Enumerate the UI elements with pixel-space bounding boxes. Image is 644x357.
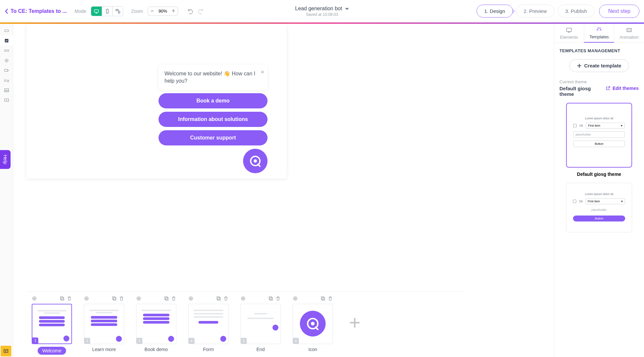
slide-thumb[interactable]: 3 xyxy=(136,304,176,344)
svg-rect-6 xyxy=(5,50,9,51)
zoom-in-button[interactable]: + xyxy=(169,7,178,16)
corner-badge[interactable] xyxy=(1,346,11,356)
panel-body: TEMPLATES MANAGEMENT Create template Cur… xyxy=(554,43,644,357)
trash-icon[interactable] xyxy=(119,296,124,301)
slide-number: 4 xyxy=(189,338,195,344)
tool-video[interactable] xyxy=(0,95,13,105)
svg-point-21 xyxy=(86,298,87,299)
mode-mobile-button[interactable] xyxy=(102,7,112,16)
trash-icon[interactable] xyxy=(275,296,281,301)
card-checkbox xyxy=(573,124,577,127)
target-icon[interactable] xyxy=(240,296,246,301)
canvas-area[interactable]: Welcome to our website! 👋 How can I help… xyxy=(13,24,554,357)
card-button: Button xyxy=(573,140,625,147)
card-placeholder: placeholder xyxy=(573,207,625,213)
slide-thumb[interactable]: 2 xyxy=(84,304,124,344)
radio-icon xyxy=(4,58,9,63)
svg-point-28 xyxy=(189,297,193,300)
slide-form: 4 Form xyxy=(188,296,229,357)
card-select: First item▾ xyxy=(586,198,625,204)
slide-thumb[interactable]: 1 xyxy=(32,304,72,344)
svg-point-25 xyxy=(138,298,139,299)
form-icon xyxy=(4,68,9,73)
tool-text[interactable]: Aa xyxy=(0,75,13,85)
copy-icon[interactable] xyxy=(59,296,65,301)
trash-icon[interactable] xyxy=(328,296,333,301)
trash-icon[interactable] xyxy=(171,296,176,301)
slide-thumb[interactable]: 6 xyxy=(293,304,333,344)
external-link-icon xyxy=(605,86,611,91)
copy-icon[interactable] xyxy=(268,296,273,301)
undo-icon[interactable] xyxy=(187,8,194,15)
edit-themes-link[interactable]: Edit themes xyxy=(605,86,639,91)
mobile-icon xyxy=(105,9,110,14)
tool-checkbox[interactable] xyxy=(0,36,13,46)
help-tab[interactable]: Help xyxy=(0,150,11,169)
next-step-button[interactable]: Next step xyxy=(599,5,639,18)
copy-icon[interactable] xyxy=(216,296,221,301)
mode-desktop-button[interactable] xyxy=(91,7,102,16)
chat-option-book-demo[interactable]: Book a demo xyxy=(159,93,268,108)
panel-tabs: Elements Templates Animation xyxy=(554,24,644,43)
svg-point-24 xyxy=(137,297,141,300)
current-theme-name: Default giosg theme xyxy=(559,86,599,97)
chat-option-support[interactable]: Customer support xyxy=(159,130,268,145)
target-icon[interactable] xyxy=(136,296,141,301)
svg-rect-4 xyxy=(5,30,9,31)
svg-rect-9 xyxy=(5,69,8,72)
add-slide-button[interactable]: + xyxy=(345,312,365,332)
tool-radio[interactable] xyxy=(0,56,13,65)
target-icon[interactable] xyxy=(188,296,194,301)
theme-card-default[interactable]: Lorem ipsum dolor sit Ok First item▾ pla… xyxy=(566,103,632,168)
card-text: Lorem ipsum dolor sit xyxy=(585,192,613,196)
theme-card-alt[interactable]: Lorem ipsum dolor sit Ok First item▾ pla… xyxy=(566,183,632,232)
target-icon[interactable] xyxy=(84,296,89,301)
templates-icon xyxy=(596,26,602,33)
project-title[interactable]: Lead generation bot xyxy=(295,6,349,12)
zoom-out-button[interactable]: − xyxy=(148,7,157,16)
close-icon[interactable]: × xyxy=(261,68,264,76)
svg-point-8 xyxy=(6,60,7,61)
slide-thumb[interactable]: 5 xyxy=(240,304,281,344)
svg-point-20 xyxy=(85,297,89,300)
slide-thumb[interactable]: 4 xyxy=(188,304,229,344)
chat-welcome-bubble[interactable]: Welcome to our website! 👋 How can I help… xyxy=(159,65,268,90)
create-template-button[interactable]: Create template xyxy=(569,59,629,72)
svg-rect-0 xyxy=(94,10,98,12)
step-preview[interactable]: 2. Preview xyxy=(516,5,555,18)
svg-rect-10 xyxy=(8,70,9,71)
tool-form[interactable] xyxy=(0,65,13,75)
copy-icon[interactable] xyxy=(112,296,117,301)
svg-rect-39 xyxy=(321,297,324,299)
target-icon[interactable] xyxy=(32,296,37,301)
step-design[interactable]: 1. Design xyxy=(477,5,513,18)
mode-flow-button[interactable] xyxy=(112,7,123,16)
tool-image[interactable] xyxy=(0,85,13,95)
redo-icon[interactable] xyxy=(197,8,204,15)
svg-rect-42 xyxy=(567,28,572,31)
target-icon[interactable] xyxy=(293,296,298,301)
plus-icon xyxy=(577,63,582,68)
tool-button[interactable] xyxy=(0,26,13,36)
slide-number: 6 xyxy=(293,338,299,344)
tab-elements[interactable]: Elements xyxy=(554,24,584,43)
svg-rect-38 xyxy=(322,298,325,300)
svg-point-12 xyxy=(6,90,6,90)
trash-icon[interactable] xyxy=(67,296,72,301)
svg-rect-19 xyxy=(60,297,63,299)
mode-group xyxy=(91,6,123,16)
step-publish[interactable]: 3. Publish xyxy=(558,5,595,18)
tab-animation[interactable]: Animation xyxy=(614,24,644,43)
copy-icon[interactable] xyxy=(320,296,326,301)
chevron-left-icon xyxy=(5,8,9,14)
saved-status: Saved at 10:09:03 xyxy=(295,12,349,17)
copy-icon[interactable] xyxy=(164,296,169,301)
chat-avatar[interactable] xyxy=(243,149,268,173)
theme-card-name: Default giosg theme xyxy=(559,172,639,177)
back-link[interactable]: To CE: Templates to ... xyxy=(5,8,67,14)
card-ok: Ok xyxy=(579,124,583,127)
tab-templates[interactable]: Templates xyxy=(584,24,614,43)
trash-icon[interactable] xyxy=(223,296,229,301)
chat-option-information[interactable]: Information about solutions xyxy=(159,112,268,127)
tool-input[interactable] xyxy=(0,46,13,56)
